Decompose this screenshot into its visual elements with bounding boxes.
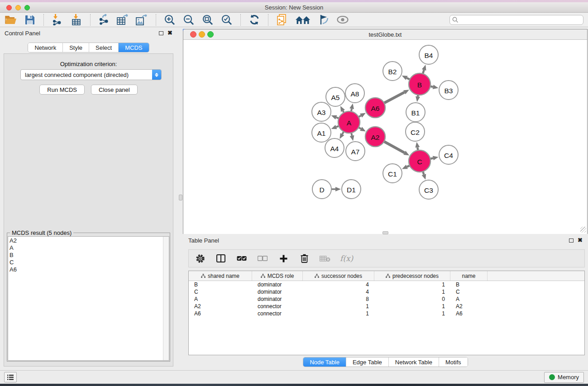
mcds-result-list[interactable]: A2ABCA6: [8, 237, 163, 360]
table-cell[interactable]: B: [189, 281, 252, 288]
graph-node-B4[interactable]: B4: [419, 45, 438, 64]
table-cell[interactable]: 1: [303, 310, 374, 317]
graph-node-D1[interactable]: D1: [342, 180, 361, 199]
graph-node-A3[interactable]: A3: [312, 102, 331, 121]
graph-node-A1[interactable]: A1: [312, 123, 331, 142]
tab-edge-table[interactable]: Edge Table: [346, 357, 389, 367]
table-row[interactable]: Cdominator41C: [189, 288, 584, 295]
table-cell[interactable]: 1: [374, 281, 450, 288]
delete-column-icon[interactable]: [298, 253, 310, 264]
graph-node-B2[interactable]: B2: [383, 62, 402, 81]
table-row[interactable]: A6connector11A6: [189, 310, 584, 317]
select-all-icon[interactable]: [236, 253, 248, 264]
table-row[interactable]: A2connector11A2: [189, 303, 584, 310]
minimize-network-window-button[interactable]: [199, 31, 205, 38]
table-cell[interactable]: C: [450, 289, 488, 295]
task-history-button[interactable]: [4, 372, 17, 382]
graph-node-C3[interactable]: C3: [419, 180, 438, 199]
open-file-icon[interactable]: [5, 14, 17, 26]
table-cell[interactable]: dominator: [252, 296, 303, 302]
show-columns-icon[interactable]: [215, 253, 227, 264]
tab-node-table[interactable]: Node Table: [303, 357, 346, 367]
zoom-out-icon[interactable]: [182, 14, 195, 26]
column-header-mcds-role[interactable]: MCDS role: [252, 271, 303, 281]
tab-select[interactable]: Select: [89, 43, 119, 52]
float-table-panel-icon[interactable]: [569, 238, 574, 243]
graph-node-C2[interactable]: C2: [406, 122, 425, 141]
zoom-in-icon[interactable]: [163, 14, 176, 26]
export-image-icon[interactable]: [136, 14, 148, 26]
tab-network[interactable]: Network: [28, 43, 63, 52]
zoom-fit-icon[interactable]: [201, 14, 214, 26]
gear-icon[interactable]: [194, 253, 206, 264]
mcds-result-item[interactable]: A6: [10, 266, 163, 273]
table-cell[interactable]: dominator: [252, 281, 303, 288]
split-divider-handle[interactable]: [382, 231, 388, 234]
graph-node-C1[interactable]: C1: [383, 164, 402, 183]
add-column-icon[interactable]: [277, 253, 289, 264]
column-header-predecessor-nodes[interactable]: predecessor nodes: [374, 271, 450, 281]
zoom-network-window-button[interactable]: [207, 31, 214, 38]
hide-flags-icon[interactable]: [317, 14, 330, 26]
export-table-icon[interactable]: [117, 14, 129, 26]
graph-node-B[interactable]: B: [409, 73, 430, 95]
table-cell[interactable]: connector: [252, 310, 303, 317]
table-cell[interactable]: 4: [303, 281, 374, 288]
zoom-window-button[interactable]: [24, 5, 30, 10]
criterion-dropdown[interactable]: largest connected component (directed): [20, 69, 162, 80]
table-cell[interactable]: 8: [303, 296, 374, 302]
table-cell[interactable]: 0: [374, 296, 450, 302]
table-cell[interactable]: B: [450, 281, 488, 288]
graph-node-C[interactable]: C: [409, 150, 430, 172]
mcds-result-item[interactable]: A2: [10, 237, 163, 244]
tab-style[interactable]: Style: [63, 43, 89, 52]
column-header-shared-name[interactable]: shared name: [189, 271, 252, 281]
resize-grip-icon[interactable]: [580, 227, 586, 233]
graph-node-A7[interactable]: A7: [346, 142, 365, 161]
float-panel-icon[interactable]: [159, 31, 163, 35]
mcds-result-item[interactable]: B: [10, 252, 163, 259]
export-network-icon[interactable]: [98, 14, 110, 26]
close-panel-icon[interactable]: ✖: [167, 31, 172, 35]
open-session-icon[interactable]: [276, 14, 288, 26]
table-cell[interactable]: 1: [374, 303, 450, 310]
table-cell[interactable]: 1: [374, 289, 450, 295]
node-table[interactable]: shared nameMCDS rolesuccessor nodesprede…: [188, 271, 585, 355]
graph-node-A5[interactable]: A5: [326, 87, 345, 106]
table-row[interactable]: Bdominator41B: [189, 281, 584, 288]
table-cell[interactable]: A6: [450, 310, 488, 317]
table-cell[interactable]: A: [189, 296, 252, 302]
split-divider-handle[interactable]: [179, 195, 182, 200]
zoom-selected-icon[interactable]: [220, 14, 233, 26]
home-icon[interactable]: [295, 14, 311, 26]
graph-node-B3[interactable]: B3: [439, 81, 458, 100]
import-table-icon[interactable]: [70, 14, 83, 26]
mcds-result-item[interactable]: C: [10, 259, 163, 266]
show-graphics-details-icon[interactable]: [336, 14, 349, 26]
table-cell[interactable]: A: [450, 296, 488, 302]
refresh-icon[interactable]: [248, 14, 261, 26]
table-cell[interactable]: dominator: [252, 289, 303, 295]
import-network-icon[interactable]: [51, 14, 64, 26]
tab-network-table[interactable]: Network Table: [389, 357, 439, 367]
graph-node-C4[interactable]: C4: [439, 145, 458, 164]
graph-node-A2[interactable]: A2: [365, 127, 385, 147]
close-table-panel-icon[interactable]: ✖: [578, 238, 583, 243]
network-canvas[interactable]: AA1A2A3A4A5A6A7A8BB1B2B3B4CC1C2C3C4DD1: [183, 40, 587, 234]
run-mcds-button[interactable]: Run MCDS: [39, 85, 85, 95]
tab-motifs[interactable]: Motifs: [439, 357, 468, 367]
table-row[interactable]: Adominator80A: [189, 295, 584, 303]
close-network-window-button[interactable]: [190, 31, 196, 38]
table-cell[interactable]: 1: [303, 303, 374, 310]
table-cell[interactable]: 1: [374, 310, 450, 317]
close-panel-button[interactable]: Close panel: [91, 85, 138, 95]
deselect-all-icon[interactable]: [257, 253, 268, 264]
table-cell[interactable]: A2: [450, 303, 488, 310]
graph-node-B1[interactable]: B1: [406, 103, 425, 122]
table-cell[interactable]: C: [189, 289, 252, 295]
table-cell[interactable]: connector: [252, 303, 303, 310]
memory-button[interactable]: Memory: [544, 372, 584, 383]
search-input[interactable]: [449, 15, 583, 25]
table-cell[interactable]: A6: [189, 310, 252, 317]
column-header-name[interactable]: name: [450, 271, 488, 281]
